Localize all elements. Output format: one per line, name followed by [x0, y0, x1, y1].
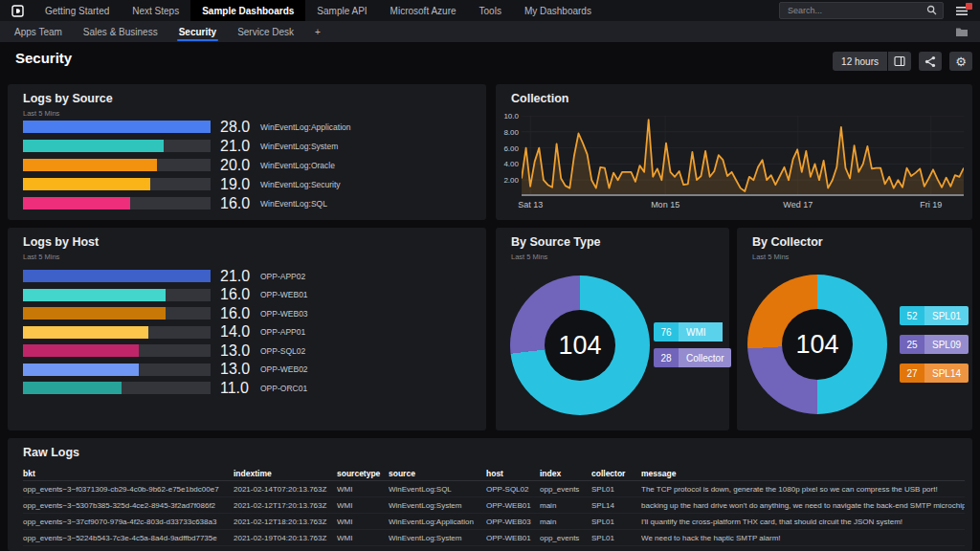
time-range-button[interactable]: 12 hours [833, 52, 887, 71]
y-axis-tick: 8.00 [498, 128, 519, 137]
line-chart-collection[interactable] [522, 116, 964, 196]
column-header-index[interactable]: index [540, 469, 591, 478]
raw-log-cell: OPP-WEB01 [486, 534, 540, 542]
raw-log-cell: 2021-02-19T04:20:13.763Z [234, 534, 337, 542]
column-header-source[interactable]: source [389, 469, 486, 478]
notifications-menu-icon[interactable] [955, 6, 969, 16]
raw-log-cell: 2021-02-12T17:20:13.763Z [234, 501, 337, 510]
y-axis-tick: 2.00 [498, 176, 519, 185]
search-box[interactable] [779, 2, 944, 19]
panel-subtitle: Last 5 Mins [752, 253, 789, 261]
legend-badge-spl14[interactable]: 27SPL14 [900, 364, 969, 383]
legend-badge-spl09[interactable]: 25SPL09 [900, 335, 969, 354]
search-input[interactable] [786, 5, 926, 16]
top-nav-tabs: Getting StartedNext StepsSample Dashboar… [33, 0, 603, 21]
raw-log-cell: opp_events [540, 485, 591, 494]
bar-track [23, 159, 211, 171]
bar-category-label: OPP-WEB02 [260, 364, 308, 374]
dashboard-tab-sales-business[interactable]: Sales & Business [73, 21, 168, 42]
dashboard-tab-security[interactable]: Security [168, 21, 227, 42]
settings-button[interactable]: ⚙ [949, 52, 972, 71]
raw-log-row[interactable]: opp_events~3~37cf9070-979a-4f2c-803d-d33… [23, 514, 965, 530]
column-header-host[interactable]: host [486, 469, 540, 478]
page-title: Security [15, 50, 72, 66]
bar-row-opp-app01[interactable]: 14.0OPP-APP01 [23, 326, 480, 339]
donut-hole: 104 [782, 309, 853, 380]
panel-title: Logs by Source [23, 92, 113, 105]
bar-category-label: WinEventLog:System [260, 142, 338, 151]
top-tab-sample-dashboards[interactable]: Sample Dashboards [190, 0, 305, 21]
top-tab-sample-api[interactable]: Sample API [305, 0, 378, 21]
panel-title: Logs by Host [23, 235, 99, 249]
folder-icon[interactable] [955, 27, 969, 37]
raw-log-row[interactable]: opp_events~3~5224b543-7c3e-4c5a-8a4d-9ad… [23, 530, 965, 546]
bar-fill [23, 307, 166, 320]
bar-row-opp-orc01[interactable]: 11.0OPP-ORC01 [23, 382, 480, 394]
y-axis-tick: 4.00 [498, 160, 519, 168]
raw-log-cell: WMI [337, 518, 389, 526]
raw-log-cell: We need to hack the haptic SMTP alarm! [641, 534, 965, 542]
top-tab-my-dashboards[interactable]: My Dashboards [513, 0, 603, 21]
bar-fill [23, 121, 211, 133]
top-tab-next-steps[interactable]: Next Steps [121, 0, 190, 21]
column-header-indextime[interactable]: indextime [234, 469, 337, 478]
bar-row-opp-app02[interactable]: 21.0OPP-APP02 [23, 270, 480, 282]
raw-logs-header-row: bktindextimesourcetypesourcehostindexcol… [23, 467, 965, 481]
top-tab-microsoft-azure[interactable]: Microsoft Azure [379, 0, 468, 21]
bar-track [23, 289, 211, 301]
top-tab-tools[interactable]: Tools [468, 0, 513, 21]
bar-category-label: OPP-APP02 [260, 272, 305, 281]
column-header-sourcetype[interactable]: sourcetype [337, 469, 389, 478]
top-tab-getting-started[interactable]: Getting Started [33, 0, 121, 21]
bar-row-wineventlog-application[interactable]: 28.0WinEventLog:Application [23, 121, 480, 133]
bar-row-opp-web03[interactable]: 16.0OPP-WEB03 [23, 307, 480, 320]
bar-category-label: OPP-WEB03 [260, 309, 308, 319]
donut-chart-by-source-type[interactable]: 104 [510, 276, 650, 415]
panel-logs-by-source: Logs by Source Last 5 Mins 28.0WinEventL… [8, 84, 486, 220]
column-header-collector[interactable]: collector [591, 469, 641, 478]
app-logo-icon[interactable] [11, 5, 24, 17]
dashboard-tab-apps-team[interactable]: Apps Team [4, 21, 73, 42]
bar-track [23, 364, 211, 376]
raw-log-cell: The TCP protocol is down, generate the 1… [641, 485, 965, 494]
donut-legend: 52SPL0125SPL0927SPL14 [900, 306, 969, 383]
bar-row-wineventlog-system[interactable]: 21.0WinEventLog:System [23, 140, 480, 152]
bar-row-wineventlog-oracle[interactable]: 20.0WinEventLog:Oracle [23, 159, 480, 171]
column-header-message[interactable]: message [641, 469, 965, 478]
legend-value: 25 [900, 335, 924, 354]
bar-row-opp-web02[interactable]: 13.0OPP-WEB02 [23, 364, 480, 376]
legend-label: SPL01 [924, 306, 969, 325]
share-button[interactable] [919, 52, 942, 71]
panels-button[interactable] [888, 52, 911, 71]
legend-badge-spl01[interactable]: 52SPL01 [900, 306, 969, 325]
bar-value: 19.0 [220, 176, 258, 193]
bar-track [23, 326, 211, 339]
bar-value: 21.0 [220, 268, 258, 285]
raw-log-cell: opp_events [540, 534, 591, 542]
bar-category-label: WinEventLog:Oracle [260, 161, 335, 170]
bar-value: 20.0 [220, 157, 258, 174]
column-header-bkt[interactable]: bkt [23, 469, 234, 478]
dashboard-tab--[interactable]: + [304, 21, 331, 42]
raw-log-cell: SPL01 [591, 485, 641, 494]
bar-row-wineventlog-sql[interactable]: 16.0WinEventLog:SQL [23, 197, 480, 209]
legend-label: WMI [679, 322, 723, 342]
search-icon[interactable] [926, 2, 937, 19]
x-axis-tick: Wed 17 [783, 200, 813, 209]
legend-badge-wmi[interactable]: 76WMI [654, 322, 731, 342]
donut-chart-by-collector[interactable]: 104 [747, 275, 887, 414]
bar-row-opp-web01[interactable]: 16.0OPP-WEB01 [23, 289, 480, 301]
bar-row-opp-sql02[interactable]: 13.0OPP-SQL02 [23, 344, 480, 357]
raw-log-row[interactable]: opp_events~3~f0371309-cb29-4c0b-9b62-e75… [23, 481, 965, 497]
bar-category-label: OPP-WEB01 [260, 290, 308, 299]
raw-log-row[interactable]: opp_events~3~5307b385-325d-4ce2-8945-3f2… [23, 497, 965, 514]
dashboard-tab-service-desk[interactable]: Service Desk [227, 21, 304, 42]
bar-value: 16.0 [220, 195, 258, 212]
raw-log-row[interactable]: opp_events~3~597cce7e-c735-4d3c-ac58-971… [23, 546, 965, 551]
x-axis-tick: Sat 13 [518, 200, 543, 209]
legend-badge-collector[interactable]: 28Collector [654, 348, 731, 367]
raw-log-cell: WMI [337, 485, 389, 494]
bar-fill [23, 140, 164, 152]
bar-row-wineventlog-security[interactable]: 19.0WinEventLog:Security [23, 178, 480, 190]
legend-value: 52 [900, 306, 924, 325]
